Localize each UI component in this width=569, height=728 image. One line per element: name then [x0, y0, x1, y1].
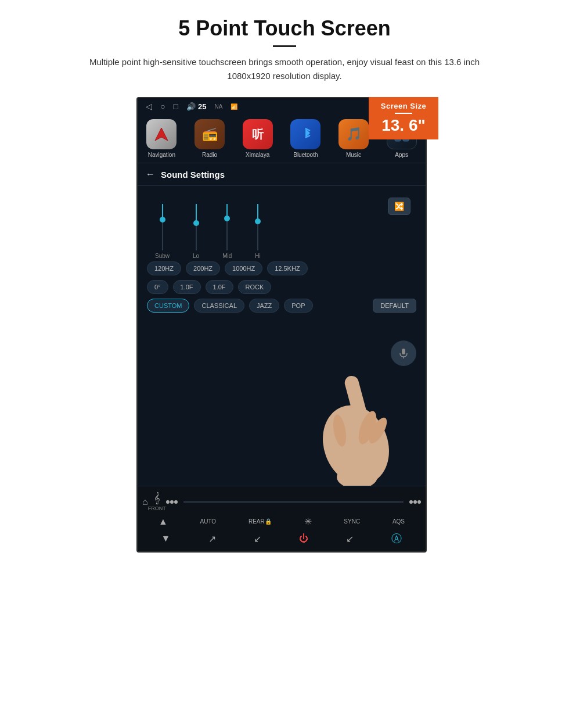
- radio-label: Radio: [202, 152, 217, 158]
- ctrl-a-circle[interactable]: Ⓐ: [391, 532, 402, 546]
- ximalaya-icon: 听: [243, 119, 273, 149]
- bottom-row-1: ⌂ 𝄞 FRONT: [138, 490, 426, 514]
- title-divider: [273, 45, 296, 47]
- hand-image: [304, 340, 408, 486]
- volume-number: 25: [198, 102, 206, 111]
- sound-settings-title: Sound Settings: [161, 170, 225, 180]
- eq-slider-hi: Hi: [255, 204, 260, 259]
- bluetooth-icon: [290, 119, 320, 149]
- navigation-label: Navigation: [148, 152, 175, 158]
- speaker-button[interactable]: 🔀: [388, 198, 410, 215]
- ctrl-rear[interactable]: REAR🔒: [249, 518, 272, 525]
- badge-size: 13. 6": [377, 116, 430, 135]
- eq-slider-mid: Mid: [222, 204, 232, 259]
- ctrl-line: [183, 501, 404, 503]
- home-nav-icon: ○: [160, 102, 165, 111]
- preset-custom[interactable]: CUSTOM: [147, 299, 189, 313]
- ctrl-front[interactable]: 𝄞 FRONT: [148, 492, 166, 511]
- freq-1f-2[interactable]: 1.0F: [206, 280, 233, 294]
- ctrl-home[interactable]: ⌂: [142, 497, 148, 507]
- bottom-controls: ⌂ 𝄞 FRONT: [138, 486, 426, 551]
- ctrl-settings1[interactable]: [166, 496, 178, 508]
- freq-1000hz[interactable]: 1000HZ: [225, 261, 262, 275]
- app-icon-ximalaya[interactable]: 听 Ximalaya: [233, 119, 282, 163]
- eq-label-hi: Hi: [255, 253, 260, 259]
- music-label: Music: [346, 152, 361, 158]
- back-nav-icon: ◁: [146, 102, 152, 111]
- freq-0deg[interactable]: 0°: [147, 280, 168, 294]
- default-button[interactable]: DEFAULT: [373, 299, 416, 313]
- bluetooth-label: Bluetooth: [293, 152, 318, 158]
- ctrl-arrow1[interactable]: ↗: [208, 533, 216, 544]
- svg-point-15: [174, 500, 178, 504]
- svg-point-17: [409, 500, 413, 504]
- sound-settings-content: 🔀 Subw Lo: [138, 186, 426, 323]
- volume-icon: 🔊 25: [186, 102, 206, 111]
- eq-sliders: Subw Lo Mid: [153, 204, 261, 259]
- status-left: ◁ ○ □ 🔊 25 NA 📶: [146, 102, 237, 111]
- ctrl-up[interactable]: ▲: [159, 517, 168, 527]
- svg-point-16: [413, 500, 417, 504]
- preset-row: CUSTOM CLASSICAL JAZZ POP DEFAULT: [147, 299, 416, 313]
- svg-point-13: [170, 500, 174, 504]
- app-icon-bluetooth[interactable]: Bluetooth: [282, 119, 330, 163]
- music-icon: 🎵: [338, 119, 369, 149]
- ctrl-arrow3[interactable]: ↙: [346, 533, 354, 544]
- navigation-icon: [146, 119, 177, 149]
- svg-point-14: [166, 500, 170, 504]
- radio-icon: 📻: [195, 119, 225, 149]
- bottom-row-3: ▼ ↗ ↙ ⏻ ↙ Ⓐ: [138, 529, 426, 548]
- screen-size-badge: Screen Size 13. 6": [369, 97, 438, 139]
- svg-marker-0: [155, 128, 168, 141]
- bottom-row-2: ▲ AUTO REAR🔒 ✳ SYNC AQS: [138, 514, 426, 529]
- ximalaya-label: Ximalaya: [246, 152, 269, 158]
- freq-row-1: 120HZ 200HZ 1000HZ 12.5KHZ: [147, 261, 416, 275]
- apps-label: Apps: [395, 152, 408, 158]
- eq-label-lo: Lo: [193, 253, 199, 259]
- freq-12-5khz[interactable]: 12.5KHZ: [267, 261, 307, 275]
- sound-settings-header: ← Sound Settings: [138, 163, 426, 186]
- page-title: 5 Point Touch Screen: [178, 16, 390, 41]
- bottom-area: [138, 323, 426, 486]
- eq-area: 🔀 Subw Lo: [147, 192, 416, 261]
- eq-slider-lo: Lo: [193, 204, 199, 259]
- ctrl-auto[interactable]: AUTO: [200, 518, 217, 525]
- freq-1f-1[interactable]: 1.0F: [173, 280, 201, 294]
- device-wrapper: Screen Size 13. 6" ◁ ○ □ 🔊 25 NA 📶 ✱ ▌ 0…: [136, 97, 433, 553]
- ctrl-power[interactable]: ⏻: [299, 533, 308, 544]
- ctrl-aqs[interactable]: AQS: [392, 518, 405, 525]
- eq-slider-subw: Subw: [155, 204, 170, 259]
- na-label: NA: [214, 103, 222, 110]
- freq-200hz[interactable]: 200HZ: [186, 261, 220, 275]
- ctrl-settings2[interactable]: [409, 496, 421, 508]
- freq-120hz[interactable]: 120HZ: [147, 261, 181, 275]
- freq-rock[interactable]: ROCK: [238, 280, 272, 294]
- badge-title: Screen Size: [377, 102, 430, 110]
- eq-label-mid: Mid: [222, 253, 232, 259]
- ctrl-arrow2[interactable]: ↙: [254, 533, 261, 544]
- preset-classical[interactable]: CLASSICAL: [194, 299, 244, 313]
- freq-row-2: 0° 1.0F 1.0F ROCK: [147, 280, 416, 294]
- app-icon-radio[interactable]: 📻 Radio: [186, 119, 234, 163]
- badge-divider: [395, 113, 412, 114]
- ctrl-snowflake[interactable]: ✳: [304, 516, 312, 527]
- back-arrow-icon[interactable]: ←: [146, 169, 155, 180]
- device-screen: ◁ ○ □ 🔊 25 NA 📶 ✱ ▌ 08:35: [136, 97, 427, 553]
- svg-point-18: [417, 500, 421, 504]
- ctrl-down[interactable]: ▼: [161, 533, 171, 544]
- preset-pop[interactable]: POP: [284, 299, 312, 313]
- recent-nav-icon: □: [173, 102, 178, 111]
- app-icon-navigation[interactable]: Navigation: [138, 119, 186, 163]
- eq-label-subw: Subw: [155, 253, 170, 259]
- signal-icon: 📶: [231, 103, 237, 110]
- subtitle: Multiple point high-sensitive touchscree…: [81, 55, 488, 83]
- ctrl-sync[interactable]: SYNC: [344, 518, 360, 525]
- preset-jazz[interactable]: JAZZ: [249, 299, 279, 313]
